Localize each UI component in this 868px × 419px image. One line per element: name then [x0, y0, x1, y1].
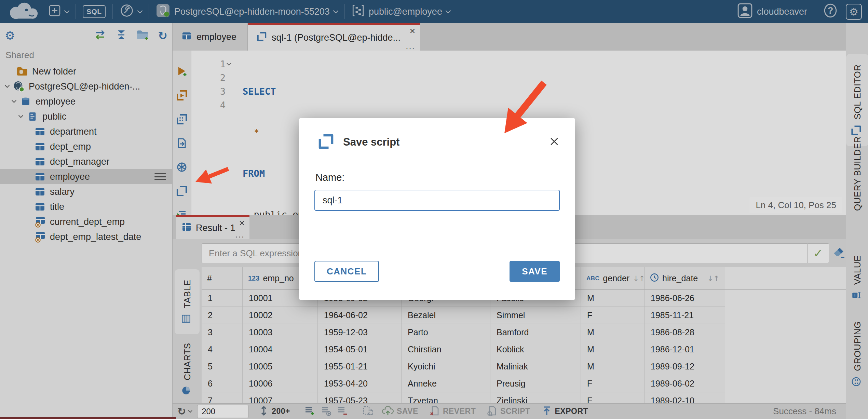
- save-script-dialog: Save script Name: CANCEL SAVE: [299, 118, 575, 300]
- cloudbeaver-app: SQL PostgreSQL@ep-hidden-moon-55203 publ…: [0, 0, 868, 419]
- script-name-input[interactable]: [314, 190, 560, 211]
- dialog-title: Save script: [343, 136, 399, 148]
- close-icon[interactable]: [549, 136, 560, 148]
- name-label: Name:: [315, 172, 344, 183]
- save-button[interactable]: SAVE: [510, 261, 560, 282]
- cancel-button[interactable]: CANCEL: [314, 261, 379, 282]
- script-icon: [318, 133, 334, 151]
